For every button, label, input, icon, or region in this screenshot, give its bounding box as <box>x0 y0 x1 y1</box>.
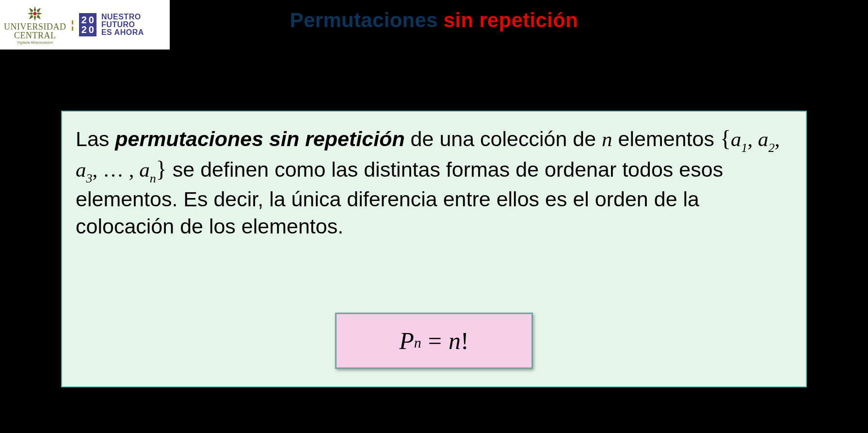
def-elements-word: elementos <box>612 127 720 150</box>
formula-P: P <box>399 327 414 355</box>
slide: UNIVERSIDAD CENTRAL Vigilada Mineducació… <box>0 0 868 433</box>
definition-text: Las permutaciones sin repetición de una … <box>76 124 792 240</box>
def-after-lead: de una colección de <box>405 127 602 150</box>
slide-title: Permutaciones sin repetición <box>0 9 868 32</box>
formula-bang: ! <box>461 327 469 355</box>
formula-eq: = <box>421 327 449 355</box>
def-rest: se definen como las distintas formas de … <box>76 158 723 237</box>
university-sub: Vigilada Mineducación <box>17 41 53 44</box>
formula-box: Pn=n! <box>335 313 533 369</box>
def-prefix: Las <box>76 127 115 150</box>
formula-n: n <box>449 327 461 355</box>
def-lead: permutaciones sin repetición <box>115 127 404 150</box>
title-part2: sin repetición <box>444 9 578 32</box>
formula-sub-n: n <box>414 334 421 351</box>
var-n: n <box>602 128 612 150</box>
definition-box: Las permutaciones sin repetición de una … <box>61 111 807 387</box>
title-part1: Permutaciones <box>290 9 444 32</box>
